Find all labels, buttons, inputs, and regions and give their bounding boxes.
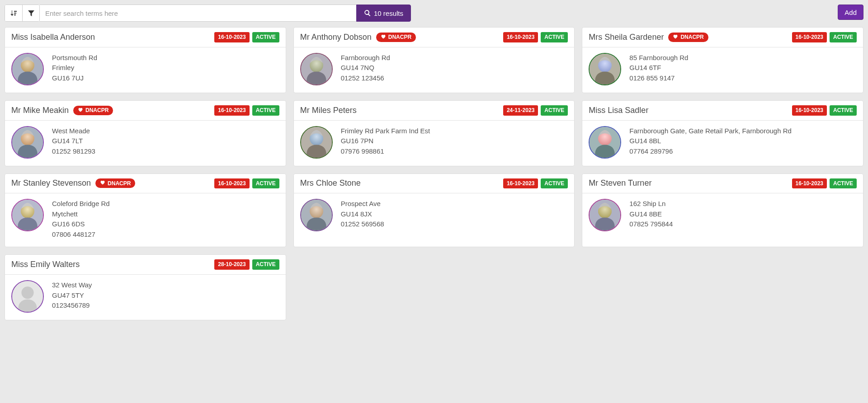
avatar (300, 199, 333, 231)
address-line: GU14 7NQ (341, 63, 390, 73)
address-block: Prospect AveGU14 8JX01252 569568 (341, 199, 384, 230)
heart-icon (381, 34, 386, 41)
address-line: GU14 8JX (341, 209, 384, 220)
status-badge: ACTIVE (830, 32, 857, 42)
address-line: 162 Ship Ln (629, 199, 673, 209)
card-header: Miss Emily Walters28-10-2023ACTIVE (5, 255, 286, 275)
card-header: Mr Anthony DobsonDNACPR16-10-2023ACTIVE (294, 28, 575, 47)
results-button[interactable]: 10 results (356, 5, 411, 22)
card-header: Miss Isabella Anderson16-10-2023ACTIVE (5, 28, 286, 47)
card-header: Mrs Sheila GardenerDNACPR16-10-2023ACTIV… (582, 28, 863, 47)
cards-grid: Miss Isabella Anderson16-10-2023ACTIVEPo… (5, 27, 863, 320)
add-button-label: Add (844, 9, 857, 16)
person-card[interactable]: Mr Anthony DobsonDNACPR16-10-2023ACTIVEF… (293, 27, 575, 93)
person-name: Miss Isabella Anderson (11, 33, 95, 42)
filter-button[interactable] (22, 5, 39, 21)
address-line: Frimley Rd Park Farm Ind Est (341, 126, 430, 136)
card-header: Mr Steven Turner16-10-2023ACTIVE (582, 174, 863, 194)
dnacpr-label: DNACPR (108, 180, 131, 187)
person-card[interactable]: Mr Miles Peters24-11-2023ACTIVEFrimley R… (293, 100, 575, 166)
person-card[interactable]: Mr Stanley StevensonDNACPR16-10-2023ACTI… (5, 173, 286, 248)
dnacpr-badge: DNACPR (73, 106, 113, 115)
card-body: Farnborough Gate, Gate Retail Park, Farn… (582, 121, 863, 166)
card-body: 32 West WayGU47 5TY0123456789 (5, 275, 286, 320)
person-name: Mrs Chloe Stone (300, 178, 361, 188)
card-body: 162 Ship LnGU14 8BE07825 795844 (582, 193, 863, 239)
dnacpr-badge: DNACPR (668, 33, 708, 42)
person-name: Mrs Sheila Gardener (589, 33, 664, 42)
heart-icon (78, 107, 83, 114)
person-card[interactable]: Miss Isabella Anderson16-10-2023ACTIVEPo… (5, 27, 286, 93)
address-line: 07976 998861 (341, 146, 430, 157)
avatar (589, 199, 621, 231)
search-icon (364, 9, 371, 17)
toolbar: 10 results Add (5, 5, 863, 22)
date-badge: 16-10-2023 (792, 32, 827, 42)
address-line: Farnborough Rd (341, 53, 390, 63)
avatar (589, 53, 621, 85)
person-name: Mr Stanley Stevenson (11, 178, 91, 188)
address-block: Frimley Rd Park Farm Ind EstGU16 7PN0797… (341, 126, 430, 157)
person-name: Mr Anthony Dobson (300, 33, 372, 42)
address-block: Farnborough Gate, Gate Retail Park, Farn… (629, 126, 792, 157)
dnacpr-label: DNACPR (85, 107, 108, 113)
address-line: 85 Farnborough Rd (629, 53, 688, 63)
address-line: 32 West Way (52, 280, 92, 291)
address-block: West MeadeGU14 7LT01252 981293 (52, 126, 95, 157)
address-line: GU47 5TY (52, 291, 92, 301)
person-name: Miss Emily Walters (11, 260, 80, 269)
heart-icon (673, 34, 678, 41)
status-badge: ACTIVE (252, 32, 279, 42)
person-card[interactable]: Mr Steven Turner16-10-2023ACTIVE162 Ship… (582, 173, 863, 248)
date-badge: 16-10-2023 (503, 32, 538, 42)
address-line: GU14 8BL (629, 136, 792, 146)
avatar (589, 126, 621, 159)
add-button[interactable]: Add (838, 5, 863, 20)
status-badge: ACTIVE (541, 178, 568, 189)
person-card[interactable]: Mr Mike MeakinDNACPR16-10-2023ACTIVEWest… (5, 100, 286, 166)
person-card[interactable]: Miss Lisa Sadler16-10-2023ACTIVEFarnboro… (582, 100, 863, 166)
card-body: Coleford Bridge RdMytchettGU16 6DS07806 … (5, 193, 286, 247)
sort-button[interactable] (5, 5, 22, 21)
address-block: Portsmouth RdFrimleyGU16 7UJ (52, 53, 97, 84)
sort-icon (10, 9, 17, 17)
date-badge: 16-10-2023 (214, 32, 249, 42)
card-body: West MeadeGU14 7LT01252 981293 (5, 121, 286, 166)
avatar (11, 126, 44, 159)
address-line: GU14 7LT (52, 136, 95, 146)
avatar (11, 199, 44, 231)
address-line: GU16 6DS (52, 219, 110, 230)
address-block: Farnborough RdGU14 7NQ01252 123456 (341, 53, 390, 84)
address-line: Portsmouth Rd (52, 53, 97, 63)
address-line: Mytchett (52, 209, 110, 220)
address-line: 07806 448127 (52, 230, 110, 240)
person-card[interactable]: Mrs Sheila GardenerDNACPR16-10-2023ACTIV… (582, 27, 863, 93)
address-line: West Meade (52, 126, 95, 136)
address-block: 32 West WayGU47 5TY0123456789 (52, 280, 92, 311)
card-body: Portsmouth RdFrimleyGU16 7UJ (5, 47, 286, 93)
card-header: Mr Stanley StevensonDNACPR16-10-2023ACTI… (5, 174, 286, 194)
card-header: Mr Miles Peters24-11-2023ACTIVE (294, 101, 575, 121)
address-line: Frimley (52, 63, 97, 73)
card-header: Miss Lisa Sadler16-10-2023ACTIVE (582, 101, 863, 121)
person-card[interactable]: Mrs Chloe Stone16-10-2023ACTIVEProspect … (293, 173, 575, 248)
address-line: 07825 795844 (629, 219, 673, 230)
address-line: Prospect Ave (341, 199, 384, 209)
date-badge: 16-10-2023 (214, 105, 249, 116)
status-badge: ACTIVE (830, 178, 857, 189)
address-line: GU16 7PN (341, 136, 430, 146)
search-input[interactable] (40, 5, 356, 22)
card-header: Mr Mike MeakinDNACPR16-10-2023ACTIVE (5, 101, 286, 121)
avatar (300, 53, 333, 85)
heart-icon (100, 180, 105, 187)
card-header: Mrs Chloe Stone16-10-2023ACTIVE (294, 174, 575, 194)
dnacpr-label: DNACPR (388, 34, 411, 40)
person-card[interactable]: Miss Emily Walters28-10-2023ACTIVE32 Wes… (5, 254, 286, 320)
card-body: Frimley Rd Park Farm Ind EstGU16 7PN0797… (294, 121, 575, 166)
person-name: Miss Lisa Sadler (589, 106, 648, 115)
card-body: Prospect AveGU14 8JX01252 569568 (294, 193, 575, 239)
date-badge: 16-10-2023 (792, 105, 827, 116)
status-badge: ACTIVE (252, 178, 279, 189)
dnacpr-badge: DNACPR (376, 33, 416, 42)
date-badge: 28-10-2023 (214, 259, 249, 270)
